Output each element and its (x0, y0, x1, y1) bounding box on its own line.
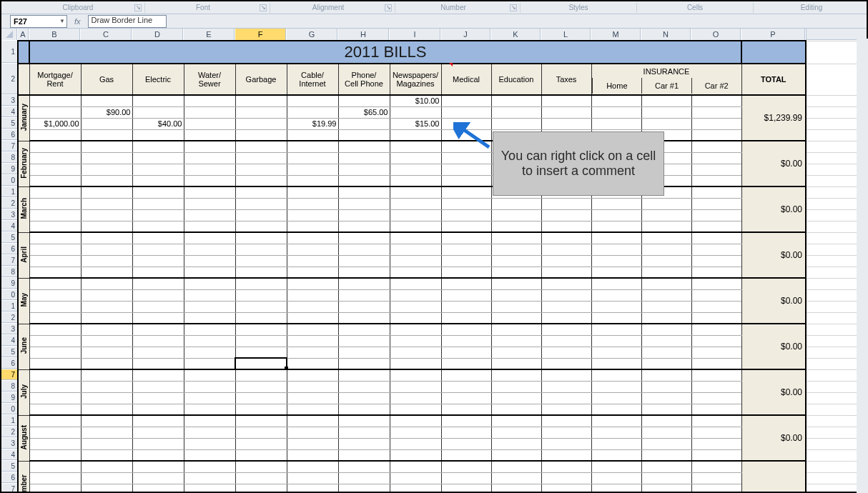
cell[interactable] (491, 369, 541, 381)
cell[interactable] (287, 267, 338, 278)
cell[interactable] (541, 267, 591, 278)
cell[interactable] (29, 404, 81, 415)
cell[interactable] (184, 404, 235, 415)
cell[interactable] (184, 289, 235, 301)
cell[interactable] (591, 106, 641, 118)
cell[interactable] (287, 347, 338, 358)
month-label[interactable]: July (18, 369, 29, 415)
cell[interactable] (338, 415, 390, 427)
month-label[interactable]: January (18, 95, 29, 141)
cell[interactable] (390, 449, 441, 461)
cell[interactable] (132, 267, 184, 278)
cell[interactable] (184, 278, 235, 289)
cell[interactable] (441, 106, 491, 118)
cell[interactable] (81, 484, 132, 493)
cell[interactable] (591, 347, 641, 358)
cell[interactable] (591, 461, 641, 472)
cell[interactable] (390, 164, 441, 175)
cell[interactable] (287, 129, 338, 141)
cell[interactable] (441, 198, 491, 209)
row-header[interactable]: 2 (1, 312, 17, 323)
cell[interactable] (338, 255, 390, 267)
cell[interactable] (806, 449, 863, 461)
cell[interactable] (338, 312, 390, 324)
cell[interactable] (491, 289, 541, 301)
cell[interactable] (184, 324, 235, 335)
cell[interactable] (491, 324, 541, 335)
cell[interactable] (441, 312, 491, 324)
cell[interactable] (29, 255, 81, 267)
cell[interactable] (29, 427, 81, 438)
cell[interactable] (806, 209, 863, 221)
scrollbar-vertical[interactable] (857, 39, 868, 493)
cell[interactable] (235, 381, 287, 392)
cell[interactable] (441, 358, 491, 369)
cell[interactable] (390, 106, 441, 118)
cell[interactable] (338, 186, 390, 198)
cell[interactable] (390, 312, 441, 324)
header-cell[interactable]: Mortgage/ Rent (29, 64, 81, 95)
cell[interactable] (81, 301, 132, 312)
cell[interactable] (441, 267, 491, 278)
cell[interactable]: $1,000.00 (29, 118, 81, 129)
month-label[interactable]: February (18, 141, 29, 186)
cell[interactable] (441, 221, 491, 232)
cell[interactable] (691, 415, 741, 427)
total-cell[interactable]: $0.00 (741, 324, 806, 369)
cell[interactable] (591, 289, 641, 301)
expand-icon[interactable]: ↘ (385, 4, 392, 11)
name-box[interactable]: F27 ▼ (10, 15, 67, 28)
cell[interactable] (591, 221, 641, 232)
cell[interactable] (235, 461, 287, 472)
cell[interactable] (81, 255, 132, 267)
cell[interactable] (806, 392, 863, 404)
cell[interactable] (29, 198, 81, 209)
cell[interactable] (441, 186, 491, 198)
cell[interactable] (132, 141, 184, 152)
row-header[interactable]: 7 (1, 254, 17, 266)
cell[interactable] (338, 449, 390, 461)
cell[interactable] (338, 164, 390, 175)
cell[interactable] (491, 472, 541, 484)
cell[interactable] (132, 209, 184, 221)
cell[interactable] (29, 461, 81, 472)
cell[interactable] (81, 267, 132, 278)
cell[interactable] (287, 472, 338, 484)
cell[interactable] (591, 381, 641, 392)
cell[interactable] (491, 244, 541, 255)
chevron-down-icon[interactable]: ▼ (59, 18, 65, 24)
cell[interactable] (390, 484, 441, 493)
row-header[interactable]: 4 (1, 449, 17, 460)
cell[interactable] (390, 175, 441, 186)
cell[interactable] (390, 129, 441, 141)
row-header[interactable]: 6 (1, 243, 17, 254)
row-header[interactable]: 2 (1, 197, 17, 209)
row-header[interactable]: 0 (1, 403, 17, 414)
cell[interactable] (641, 95, 691, 106)
cell[interactable] (441, 381, 491, 392)
cell[interactable] (81, 118, 132, 129)
cell[interactable]: $19.99 (287, 118, 338, 129)
cell[interactable] (491, 358, 541, 369)
cell[interactable] (184, 95, 235, 106)
col-header-H[interactable]: H (337, 29, 389, 40)
cell[interactable] (184, 335, 235, 347)
cell[interactable] (132, 164, 184, 175)
cell[interactable] (541, 369, 591, 381)
cell[interactable] (235, 152, 287, 164)
cell[interactable] (235, 415, 287, 427)
cell[interactable] (132, 358, 184, 369)
cell[interactable] (287, 381, 338, 392)
cell[interactable] (132, 221, 184, 232)
cell[interactable] (235, 267, 287, 278)
cell[interactable] (691, 118, 741, 129)
row-header[interactable]: 1 (1, 186, 17, 197)
cell[interactable] (491, 461, 541, 472)
cell[interactable] (338, 152, 390, 164)
cell[interactable] (806, 141, 863, 152)
cell[interactable] (132, 449, 184, 461)
cell[interactable] (235, 278, 287, 289)
cell[interactable] (287, 175, 338, 186)
row-header[interactable]: 7 (1, 483, 17, 493)
row-header[interactable]: 5 (1, 346, 17, 357)
